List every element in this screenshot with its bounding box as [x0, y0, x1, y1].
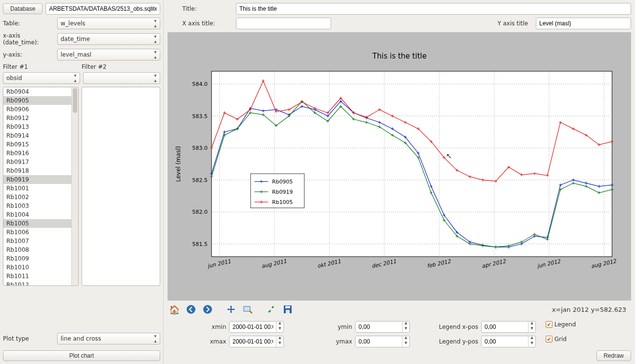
- list-item[interactable]: Rb1003: [3, 202, 78, 210]
- list-item[interactable]: Rb1002: [3, 193, 78, 202]
- spin-down-icon[interactable]: ▼: [529, 342, 535, 347]
- home-icon[interactable]: 🏠: [168, 303, 181, 316]
- legend-checkbox[interactable]: ✔Legend: [546, 321, 576, 328]
- ymin-label: ymin: [323, 324, 352, 330]
- svg-text:apr 2012: apr 2012: [481, 258, 507, 269]
- save-icon[interactable]: [281, 303, 295, 316]
- legend-x-spin[interactable]: ▲▼: [481, 321, 536, 333]
- ymin-input[interactable]: [356, 322, 402, 332]
- obsid-listbox[interactable]: Rb0904Rb0905Rb0906Rb0912Rb0913Rb0914Rb09…: [3, 87, 79, 286]
- spin-down-icon[interactable]: ▼: [529, 327, 535, 332]
- ymin-spin[interactable]: ▲▼: [355, 321, 410, 333]
- check-icon: ✔: [546, 336, 552, 343]
- database-button[interactable]: Database: [3, 3, 42, 14]
- filter2-label: Filter #2: [82, 63, 160, 70]
- redraw-button[interactable]: Redraw: [596, 350, 631, 361]
- ymax-input[interactable]: [356, 336, 402, 347]
- filter1-select[interactable]: obsid▾▴: [3, 72, 80, 84]
- x-axis-title-input[interactable]: [236, 18, 331, 29]
- list-item[interactable]: Rb1011: [3, 272, 78, 281]
- svg-text:583.0: 583.0: [192, 145, 208, 151]
- list-item[interactable]: Rb1009: [3, 254, 78, 263]
- svg-text:584.0: 584.0: [192, 81, 208, 87]
- xaxis-select[interactable]: date_time▾▴: [57, 33, 160, 45]
- plot-type-select[interactable]: line and cross▾▴: [57, 333, 160, 344]
- legend-checkbox-label: Legend: [554, 321, 576, 328]
- chart: This is the titleLevel (masl)581.5582.05…: [172, 47, 627, 286]
- list-item[interactable]: Rb0904: [3, 87, 78, 96]
- spin-down-icon[interactable]: ▼: [402, 327, 409, 332]
- svg-rect-43: [286, 310, 290, 313]
- legend-y-input[interactable]: [482, 336, 528, 347]
- scrollbar[interactable]: [71, 87, 78, 285]
- spin-down-icon[interactable]: ▼: [276, 342, 283, 347]
- list-item[interactable]: Rb1005: [3, 219, 78, 228]
- list-item[interactable]: Rb1007: [3, 237, 78, 245]
- svg-text:This is the title: This is the title: [372, 52, 426, 61]
- xmin-label: xmin: [197, 324, 226, 330]
- svg-text:583.5: 583.5: [192, 113, 208, 120]
- spin-down-icon[interactable]: ▼: [402, 342, 409, 347]
- yaxis-select[interactable]: level_masl▾▴: [57, 49, 160, 61]
- y-axis-title-input[interactable]: [536, 18, 631, 29]
- plot-area: This is the titleLevel (masl)581.5582.05…: [168, 32, 631, 301]
- pan-icon[interactable]: [224, 303, 238, 316]
- svg-text:feb 2012: feb 2012: [426, 258, 452, 269]
- grid-checkbox[interactable]: ✔Grid: [546, 336, 576, 343]
- plot-chart-button[interactable]: Plot chart: [3, 350, 160, 361]
- list-item[interactable]: Rb0919: [3, 175, 78, 184]
- svg-text:Rb1005: Rb1005: [272, 199, 293, 205]
- filter2-listbox[interactable]: [82, 87, 160, 286]
- spin-down-icon[interactable]: ▼: [276, 327, 283, 332]
- xmax-input[interactable]: [230, 336, 276, 347]
- list-item[interactable]: Rb0913: [3, 122, 78, 131]
- ymax-spin[interactable]: ▲▼: [355, 336, 410, 347]
- forward-icon[interactable]: [201, 303, 214, 316]
- list-item[interactable]: Rb0906: [3, 105, 78, 114]
- svg-text:582.0: 582.0: [192, 209, 208, 215]
- list-item[interactable]: Rb0917: [3, 158, 78, 166]
- list-item[interactable]: Rb1004: [3, 210, 78, 219]
- list-item[interactable]: Rb1010: [3, 263, 78, 272]
- yaxis-label: y-axis:: [3, 51, 54, 58]
- table-select[interactable]: w_levels▾▴: [57, 18, 160, 29]
- list-item[interactable]: Rb0914: [3, 131, 78, 140]
- list-item[interactable]: Rb0912: [3, 114, 78, 122]
- caret-icon: ▾▴: [153, 50, 158, 60]
- filter1-value: obsid: [6, 75, 22, 81]
- list-item[interactable]: Rb1008: [3, 245, 78, 254]
- check-icon: ✔: [546, 321, 552, 328]
- filter1-label: Filter #1: [3, 63, 82, 70]
- ymax-label: ymax: [323, 338, 352, 345]
- plot-type-value: line and cross: [61, 335, 101, 342]
- filter2-select[interactable]: ▾▴: [83, 72, 160, 84]
- list-item[interactable]: Rb0916: [3, 149, 78, 158]
- svg-text:okt 2011: okt 2011: [317, 258, 341, 269]
- zoom-icon[interactable]: [241, 303, 254, 316]
- legend-y-spin[interactable]: ▲▼: [481, 336, 536, 347]
- back-icon[interactable]: [184, 303, 198, 316]
- plot-type-label: Plot type: [3, 335, 54, 342]
- configure-icon[interactable]: [264, 303, 278, 316]
- caret-icon: ▾▴: [153, 34, 158, 44]
- svg-text:jun 2012: jun 2012: [536, 258, 561, 269]
- svg-text:581.5: 581.5: [192, 241, 208, 247]
- xmin-spin[interactable]: ▲▼: [229, 321, 284, 333]
- scrollbar-thumb[interactable]: [73, 88, 77, 113]
- svg-text:Rb0905: Rb0905: [272, 179, 293, 185]
- list-item[interactable]: Rb0905: [3, 96, 78, 105]
- svg-rect-42: [285, 306, 290, 308]
- title-label: Title:: [168, 5, 231, 12]
- xmin-input[interactable]: [230, 322, 276, 332]
- list-item[interactable]: Rb1012: [3, 281, 78, 286]
- list-item[interactable]: Rb1001: [3, 184, 78, 193]
- xmax-spin[interactable]: ▲▼: [229, 336, 284, 347]
- list-item[interactable]: Rb0918: [3, 166, 78, 175]
- list-item[interactable]: Rb1006: [3, 228, 78, 237]
- svg-text:Rb0919: Rb0919: [272, 189, 293, 195]
- title-input[interactable]: [236, 3, 631, 15]
- database-path-input[interactable]: [45, 3, 160, 15]
- plot-toolbar: 🏠 x=jan 2012 y=582.623: [168, 301, 631, 318]
- legend-x-input[interactable]: [482, 322, 528, 332]
- list-item[interactable]: Rb0915: [3, 140, 78, 149]
